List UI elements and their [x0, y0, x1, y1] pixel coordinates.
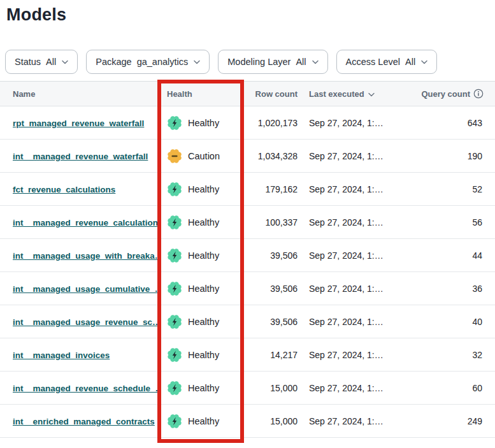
last-executed-cell: Sep 27, 2024, 1:… — [298, 416, 411, 426]
table-row: int__managed_usage_cumulative_… Healthy … — [0, 272, 495, 305]
name-cell: int__managed_invoices — [0, 350, 157, 360]
last-executed-cell: Sep 27, 2024, 1:… — [298, 217, 411, 228]
health-cell: Healthy — [157, 115, 244, 131]
health-cell: Healthy — [157, 380, 244, 396]
health-status-label: Healthy — [188, 217, 219, 228]
health-badge-icon — [167, 281, 182, 296]
chevron-down-icon — [62, 60, 68, 64]
query-count-cell: 44 — [411, 250, 495, 261]
health-status-label: Caution — [188, 151, 220, 161]
model-name-link[interactable]: int__managed_revenue_calculations — [13, 218, 157, 228]
model-name-link[interactable]: int__managed_invoices — [13, 350, 110, 360]
package-filter[interactable]: Package ga_analytics — [86, 50, 210, 74]
health-badge-icon — [167, 414, 182, 429]
health-cell: Healthy — [157, 347, 244, 363]
package-filter-label: Package — [96, 57, 131, 67]
chevron-down-icon — [194, 60, 200, 64]
modeling-layer-filter[interactable]: Modeling Layer All — [218, 50, 327, 74]
health-status-label: Healthy — [188, 350, 219, 360]
page-title: Models — [0, 0, 495, 25]
table-header-row: Name Health Row count Last executed Quer… — [0, 81, 495, 106]
access-level-filter[interactable]: Access Level All — [336, 50, 438, 74]
column-header-name: Name — [0, 89, 157, 99]
status-filter-value: All — [46, 57, 56, 67]
package-filter-value: ga_analytics — [137, 57, 189, 67]
last-executed-cell: Sep 27, 2024, 1:… — [298, 317, 411, 327]
health-badge-icon — [167, 248, 182, 263]
chevron-down-icon — [421, 60, 427, 64]
model-name-link[interactable]: int__managed_usage_cumulative_… — [13, 284, 157, 294]
health-status-label: Healthy — [188, 118, 219, 128]
table-row: int__managed_usage_revenue_sc… Healthy 3… — [0, 305, 495, 338]
model-name-link[interactable]: int__managed_usage_with_breaka… — [13, 251, 157, 261]
sort-chevron-down-icon — [368, 89, 375, 99]
row-count-cell: 39,506 — [244, 317, 298, 327]
column-header-query-count: Query count — [411, 89, 495, 99]
chevron-down-icon — [312, 60, 319, 64]
name-cell: rpt_managed_revenue_waterfall — [0, 118, 157, 128]
info-icon[interactable] — [473, 89, 484, 99]
row-count-cell: 14,217 — [244, 350, 298, 360]
health-status-label: Healthy — [188, 383, 219, 393]
table-row: int__managed_usage_with_breaka… Healthy … — [0, 239, 495, 272]
name-cell: int__managed_revenue_waterfall — [0, 151, 157, 161]
row-count-cell: 15,000 — [244, 383, 298, 393]
health-cell: Healthy — [157, 314, 244, 329]
health-cell: Healthy — [157, 414, 244, 429]
table-row: int__managed_invoices Healthy 14,217 Sep… — [0, 338, 495, 372]
access-level-filter-value: All — [405, 57, 415, 67]
table-row: int__managed_revenue_waterfall Caution 1… — [0, 140, 495, 173]
table-body: rpt_managed_revenue_waterfall Healthy 1,… — [0, 106, 495, 438]
health-badge-icon — [167, 215, 182, 230]
query-count-cell: 249 — [411, 416, 495, 426]
health-status-label: Healthy — [188, 284, 219, 294]
row-count-cell: 100,337 — [244, 217, 298, 228]
name-cell: int__managed_revenue_schedule_… — [0, 383, 157, 393]
health-badge-icon — [167, 380, 182, 396]
model-name-link[interactable]: rpt_managed_revenue_waterfall — [13, 119, 144, 128]
status-filter[interactable]: Status All — [5, 50, 78, 74]
table-row: int__managed_revenue_schedule_… Healthy … — [0, 372, 495, 405]
health-cell: Caution — [157, 148, 244, 164]
health-cell: Healthy — [157, 281, 244, 296]
model-name-link[interactable]: int__managed_usage_revenue_sc… — [13, 317, 157, 327]
query-count-cell: 190 — [411, 151, 495, 161]
row-count-cell: 15,000 — [244, 416, 298, 426]
row-count-cell: 1,034,328 — [244, 151, 298, 161]
query-count-cell: 40 — [411, 317, 495, 327]
name-cell: int__managed_usage_with_breaka… — [0, 250, 157, 261]
column-header-last-executed[interactable]: Last executed — [298, 89, 411, 99]
health-cell: Healthy — [157, 215, 244, 230]
table-row: fct_revenue_calculations Healthy 179,162… — [0, 173, 495, 206]
health-badge-icon — [167, 115, 182, 131]
health-status-label: Healthy — [188, 184, 219, 194]
modeling-layer-filter-value: All — [296, 57, 306, 67]
model-name-link[interactable]: fct_revenue_calculations — [13, 185, 115, 194]
query-count-cell: 643 — [411, 118, 495, 128]
health-badge-icon — [167, 314, 182, 329]
last-executed-cell: Sep 27, 2024, 1:… — [298, 284, 411, 294]
access-level-filter-label: Access Level — [346, 57, 400, 67]
last-executed-cell: Sep 27, 2024, 1:… — [298, 383, 411, 393]
health-status-label: Healthy — [188, 416, 219, 426]
model-name-link[interactable]: int__managed_revenue_waterfall — [13, 152, 148, 161]
row-count-cell: 39,506 — [244, 284, 298, 294]
last-executed-cell: Sep 27, 2024, 1:… — [298, 118, 411, 128]
column-header-health: Health — [157, 89, 244, 99]
health-status-label: Healthy — [188, 250, 219, 261]
last-executed-cell: Sep 27, 2024, 1:… — [298, 151, 411, 161]
models-table: Name Health Row count Last executed Quer… — [0, 81, 495, 438]
name-cell: int__managed_usage_cumulative_… — [0, 284, 157, 294]
column-header-last-executed-label: Last executed — [309, 89, 364, 99]
table-row: rpt_managed_revenue_waterfall Healthy 1,… — [0, 106, 495, 140]
models-page: Models Status All Package ga_analytics M… — [0, 0, 495, 448]
name-cell: int__managed_revenue_calculations — [0, 217, 157, 228]
table-row: int__enriched_managed_contracts Healthy … — [0, 405, 495, 438]
name-cell: int__managed_usage_revenue_sc… — [0, 317, 157, 327]
model-name-link[interactable]: int__enriched_managed_contracts — [13, 417, 155, 426]
last-executed-cell: Sep 27, 2024, 1:… — [298, 350, 411, 360]
name-cell: fct_revenue_calculations — [0, 184, 157, 194]
column-header-query-count-label: Query count — [421, 89, 470, 99]
model-name-link[interactable]: int__managed_revenue_schedule_… — [13, 384, 157, 393]
row-count-cell: 1,020,173 — [244, 118, 298, 128]
